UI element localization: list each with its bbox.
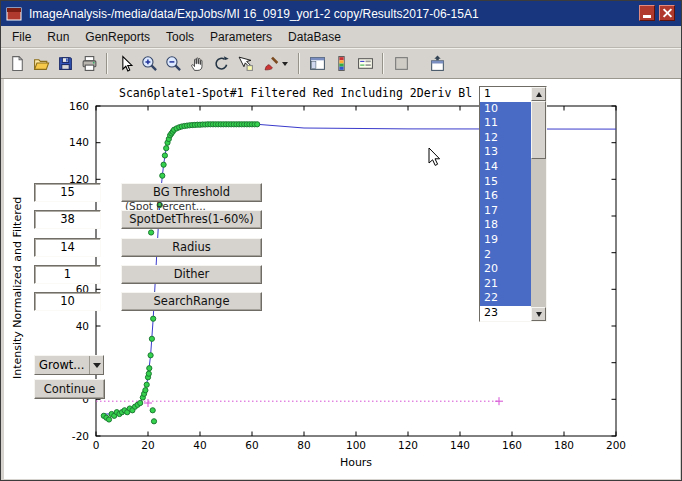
x-axis-label: Hours (326, 456, 386, 469)
param-input-dither[interactable]: 1 (34, 265, 101, 284)
x-tick-label: 180 (544, 439, 584, 451)
app-window: ImageAnalysis-/media/data/ExpJobs/MI 16_… (0, 0, 682, 481)
zoom-out-icon[interactable] (161, 52, 185, 76)
dock-figure-icon[interactable] (425, 52, 449, 76)
minimize-button[interactable] (639, 5, 655, 21)
menu-genreports[interactable]: GenReports (77, 27, 158, 47)
scroll-up-button[interactable] (531, 87, 546, 101)
y-tick-label: 160 (51, 100, 89, 112)
list-item-22[interactable]: 22 (480, 291, 531, 306)
menu-file[interactable]: File (4, 27, 39, 47)
param-button-bg-threshold[interactable]: BG Threshold (121, 183, 262, 202)
scroll-down-button[interactable] (531, 307, 546, 321)
chevron-down-icon (89, 356, 103, 374)
data-cursor-icon[interactable] (233, 52, 257, 76)
x-tick-label: 20 (128, 439, 168, 451)
list-item-15[interactable]: 15 (480, 175, 531, 190)
scroll-down-icon (536, 312, 542, 317)
minimize-icon (643, 15, 651, 18)
x-tick-label: 100 (336, 439, 376, 451)
brush-dropdown-caret-icon[interactable] (282, 62, 288, 66)
list-item-20[interactable]: 20 (480, 262, 531, 277)
menu-parameters[interactable]: Parameters (202, 27, 280, 47)
list-item-23[interactable]: 23 (480, 306, 531, 321)
toolbar-separator (106, 53, 108, 74)
number-listbox[interactable]: 110111213141516171819220212223 (479, 86, 547, 322)
plot-title: Scan6plate1-Spot#1 Filtered Red Includin… (119, 86, 472, 100)
list-item-10[interactable]: 10 (480, 102, 531, 117)
x-tick-label: 160 (492, 439, 532, 451)
param-button-spotdetthres[interactable]: SpotDetThres(1-60%) (121, 210, 262, 229)
x-tick-label: 200 (596, 439, 636, 451)
list-item-2[interactable]: 2 (480, 248, 531, 263)
figure-canvas (4, 79, 680, 479)
app-icon (6, 6, 22, 22)
param-input-spotdetthres[interactable]: 38 (34, 210, 101, 229)
save-icon[interactable] (53, 52, 77, 76)
growth-dropdown-value: Growt... (35, 358, 89, 372)
title-bar[interactable]: ImageAnalysis-/media/data/ExpJobs/MI 16_… (1, 1, 681, 26)
continue-button[interactable]: Continue (34, 379, 105, 399)
zoom-in-icon[interactable] (137, 52, 161, 76)
new-file-icon[interactable] (5, 52, 29, 76)
x-tick-label: 60 (232, 439, 272, 451)
y-tick-label: 140 (51, 136, 89, 148)
param-button-dither[interactable]: Dither (121, 265, 262, 284)
list-item-13[interactable]: 13 (480, 145, 531, 160)
toolbar-separator (298, 53, 300, 74)
param-button-radius[interactable]: Radius (121, 238, 262, 257)
growth-dropdown[interactable]: Growt... (34, 355, 104, 375)
menu-run[interactable]: Run (39, 27, 77, 47)
mouse-cursor (428, 147, 444, 169)
window-title: ImageAnalysis-/media/data/ExpJobs/MI 16_… (29, 7, 479, 21)
brush-icon[interactable] (257, 52, 293, 76)
param-button-searchrange[interactable]: SearchRange (121, 292, 262, 311)
x-tick-label: 120 (388, 439, 428, 451)
toolbar-separator (382, 53, 384, 74)
list-item-18[interactable]: 18 (480, 218, 531, 233)
y-axis-label: Intensity Normalized and Filtered (11, 197, 24, 379)
param-input-radius[interactable]: 14 (34, 238, 101, 257)
pan-hand-icon[interactable] (185, 52, 209, 76)
print-icon[interactable] (77, 52, 101, 76)
list-item-19[interactable]: 19 (480, 233, 531, 248)
close-button[interactable] (659, 5, 675, 21)
toolbar (1, 48, 681, 79)
y-tick-label: -20 (51, 430, 89, 442)
list-item-16[interactable]: 16 (480, 189, 531, 204)
scrollbar-thumb[interactable] (531, 101, 546, 159)
scroll-up-icon (536, 92, 542, 97)
param-input-searchrange[interactable]: 10 (34, 292, 101, 311)
open-folder-icon[interactable] (29, 52, 53, 76)
insert-legend-icon[interactable] (353, 52, 377, 76)
list-item-1[interactable]: 1 (480, 87, 531, 102)
listbox-scrollbar[interactable] (531, 87, 546, 321)
menu-tools[interactable]: Tools (158, 27, 202, 47)
list-item-17[interactable]: 17 (480, 204, 531, 219)
list-item-14[interactable]: 14 (480, 160, 531, 175)
x-tick-label: 40 (180, 439, 220, 451)
x-tick-label: 80 (284, 439, 324, 451)
menu-database[interactable]: DataBase (280, 27, 349, 47)
list-item-12[interactable]: 12 (480, 131, 531, 146)
list-item-21[interactable]: 21 (480, 277, 531, 292)
edit-plot-cursor-icon[interactable] (113, 52, 137, 76)
y-tick-label: 40 (51, 320, 89, 332)
insert-colorbar-icon[interactable] (329, 52, 353, 76)
list-item-11[interactable]: 11 (480, 116, 531, 131)
param-input-bg-threshold[interactable]: 15 (34, 183, 101, 202)
x-tick-label: 140 (440, 439, 480, 451)
rotate-3d-icon[interactable] (209, 52, 233, 76)
menu-bar: FileRunGenReportsToolsParametersDataBase (1, 26, 681, 48)
figure-palette-icon[interactable] (305, 52, 329, 76)
hide-plot-tools-icon[interactable] (389, 52, 413, 76)
